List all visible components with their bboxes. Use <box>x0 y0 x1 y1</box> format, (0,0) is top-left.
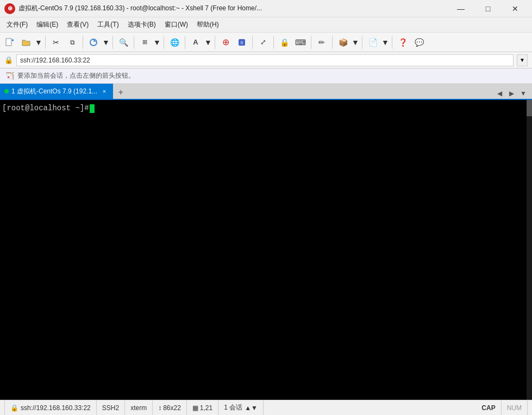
terminal-content: [root@localhost ~]# <box>0 100 527 117</box>
toolbar-keyboard[interactable]: ⌨ <box>293 35 308 50</box>
toolbar-copy[interactable]: ⧉ <box>65 35 80 50</box>
toolbar-font[interactable]: A <box>188 35 203 50</box>
status-position: ▦ 1,21 <box>187 400 218 415</box>
toolbar-lock[interactable]: 🔒 <box>277 35 292 50</box>
status-bar: 🔒 ssh://192.168.160.33:22 SSH2 xterm ↕ 8… <box>0 400 532 415</box>
status-term: xterm <box>125 400 153 415</box>
menu-help[interactable]: 帮助(H) <box>192 18 223 32</box>
toolbar-fullscreen[interactable]: ⤢ <box>255 35 271 50</box>
toolbar-feedback[interactable]: 💬 <box>411 35 427 50</box>
svg-text:S: S <box>240 40 243 45</box>
add-tab-button[interactable]: + <box>113 86 128 99</box>
toolbar-tool2[interactable]: S <box>234 35 249 50</box>
toolbar-layout-dropdown[interactable]: ▼ <box>153 35 161 50</box>
toolbar-globe[interactable]: 🌐 <box>167 35 182 50</box>
status-connection-text: ssh://192.168.160.33:22 <box>21 404 91 412</box>
toolbar-font-dropdown[interactable]: ▼ <box>204 35 212 50</box>
toolbar-open-dropdown[interactable]: ▼ <box>35 35 42 50</box>
minimize-button[interactable]: — <box>448 0 473 17</box>
tip-text: 要添加当前会话，点击左侧的箭头按钮。 <box>17 71 135 80</box>
status-cap-item: CAP <box>476 400 501 415</box>
status-term-text: xterm <box>130 404 147 412</box>
status-dimensions-item: ↕ 86x22 <box>153 400 187 415</box>
toolbar-open[interactable] <box>18 35 34 50</box>
toolbar-help[interactable]: ❓ <box>395 35 410 50</box>
toolbar-package[interactable]: 📦 <box>335 35 351 50</box>
status-sessions-text: 1 会话 <box>224 403 242 412</box>
toolbar-new[interactable] <box>2 35 17 50</box>
tab-status-dot <box>4 89 9 93</box>
terminal-wrapper: [root@localhost ~]# <box>0 100 532 400</box>
toolbar-cut[interactable]: ✂ <box>48 35 64 50</box>
status-protocol: SSH2 <box>97 400 125 415</box>
toolbar-refresh[interactable] <box>86 35 101 50</box>
tab-nav-dropdown[interactable]: ▼ <box>518 88 529 99</box>
address-input[interactable] <box>16 54 514 66</box>
menu-view[interactable]: 查看(V) <box>62 18 93 32</box>
active-tab[interactable]: 1 虚拟机-CentOs 7.9 (192.1... × <box>0 84 113 99</box>
toolbar-package-dropdown[interactable]: ▼ <box>352 35 359 50</box>
sessions-down-arrow[interactable]: ▼ <box>251 404 258 412</box>
status-dimensions-text: 86x22 <box>163 404 181 412</box>
menu-edit[interactable]: 编辑(E) <box>32 18 62 32</box>
tab-prev-button[interactable]: ◀ <box>494 88 505 99</box>
cursor-block <box>90 104 95 113</box>
menu-file[interactable]: 文件(F) <box>2 18 32 32</box>
app-icon: ⊕ <box>4 3 15 14</box>
svg-rect-0 <box>6 39 11 46</box>
address-dropdown[interactable]: ▼ <box>517 54 528 66</box>
status-num-item: NUM <box>502 400 528 415</box>
restore-button[interactable]: □ <box>475 0 500 17</box>
status-lock-icon: 🔒 <box>10 404 18 412</box>
toolbar-layout[interactable]: ⊞ <box>137 35 152 50</box>
tab-close-button[interactable]: × <box>100 87 109 96</box>
toolbar-xftp[interactable]: ⊕ <box>218 35 233 50</box>
prompt-text: [root@localhost ~]# <box>2 103 89 114</box>
prompt-line: [root@localhost ~]# <box>2 103 524 114</box>
tip-bar: 🏹 要添加当前会话，点击左侧的箭头按钮。 <box>0 68 532 84</box>
menu-bar: 文件(F) 编辑(E) 查看(V) 工具(T) 选项卡(B) 窗口(W) 帮助(… <box>0 17 532 33</box>
toolbar-doc1[interactable]: 📄 <box>365 35 380 50</box>
sessions-up-arrow[interactable]: ▲ <box>245 404 251 412</box>
status-position-text: 1,21 <box>200 404 212 412</box>
app-window: ⊕ 虚拟机-CentOs 7.9 (192.168.160.33) - root… <box>0 0 532 415</box>
lock-icon: 🔒 <box>4 56 13 64</box>
status-sessions: 1 会话 ▲ ▼ <box>218 400 264 415</box>
position-icon: ▦ <box>192 404 198 412</box>
toolbar-refresh-dropdown[interactable]: ▼ <box>102 35 110 50</box>
address-bar: 🔒 ▼ <box>0 52 532 68</box>
tab-bar: 1 虚拟机-CentOs 7.9 (192.1... × + ◀ ▶ ▼ <box>0 84 532 100</box>
toolbar-doc1-dropdown[interactable]: ▼ <box>381 35 389 50</box>
toolbar-find[interactable]: 🔍 <box>116 35 131 50</box>
toolbar-edit-pencil[interactable]: ✏ <box>314 35 329 50</box>
status-connection: 🔒 ssh://192.168.160.33:22 <box>4 400 97 415</box>
close-button[interactable]: ✕ <box>503 0 528 17</box>
toolbar: ▼ ✂ ⧉ ▼ 🔍 ⊞ ▼ 🌐 A ▼ ⊕ S ⤢ 🔒 ⌨ ✏ 📦 ▼ <box>0 33 532 52</box>
terminal-scrollbar[interactable] <box>527 100 532 400</box>
window-controls: — □ ✕ <box>448 0 528 17</box>
terminal-area[interactable]: [root@localhost ~]# <box>0 100 527 400</box>
tab-label: 1 虚拟机-CentOs 7.9 (192.1... <box>11 87 97 96</box>
status-num-text: NUM <box>507 404 522 412</box>
tip-icon: 🏹 <box>5 72 14 80</box>
status-protocol-text: SSH2 <box>102 404 119 412</box>
menu-tools[interactable]: 工具(T) <box>93 18 123 32</box>
tab-next-button[interactable]: ▶ <box>506 88 517 99</box>
status-cap-text: CAP <box>481 404 495 412</box>
menu-window[interactable]: 窗口(W) <box>160 18 192 32</box>
scroll-thumb <box>527 100 532 116</box>
resize-icon: ↕ <box>158 404 161 412</box>
menu-tabs[interactable]: 选项卡(B) <box>123 18 160 32</box>
tab-nav-buttons: ◀ ▶ ▼ <box>494 88 532 99</box>
title-text: 虚拟机-CentOs 7.9 (192.168.160.33) - root@l… <box>18 4 448 13</box>
title-bar: ⊕ 虚拟机-CentOs 7.9 (192.168.160.33) - root… <box>0 0 532 17</box>
